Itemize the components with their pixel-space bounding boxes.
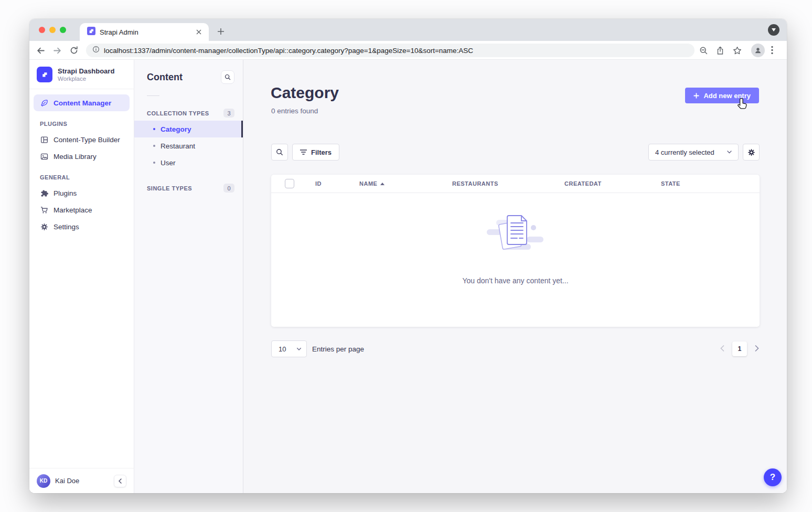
browser-menu-icon[interactable] [771, 46, 779, 54]
zoom-window-button[interactable] [60, 27, 66, 33]
subnav-search-button[interactable] [221, 70, 234, 84]
content-subnav: Content COLLECTION TYPES 3 Category Rest… [134, 60, 243, 493]
sidebar-item-settings[interactable]: Settings [34, 218, 130, 235]
user-avatar[interactable]: KD [37, 474, 50, 488]
empty-state-text: You don't have any content yet... [462, 276, 568, 285]
sidebar-item-content-type-builder[interactable]: Content-Type Builder [34, 131, 130, 148]
page-title: Category [271, 84, 339, 102]
browser-toolbar: localhost:1337/admin/content-manager/col… [29, 41, 787, 60]
bullet-icon [153, 162, 155, 164]
pagination-row: 10 Entries per page 1 [271, 340, 759, 357]
table-header-row: ID NAME RESTAURANTS CREATEDAT STATE [271, 175, 760, 193]
strapi-logo-icon [37, 67, 52, 82]
select-all-checkbox[interactable] [285, 179, 294, 188]
zoom-icon[interactable] [699, 46, 708, 55]
help-button[interactable]: ? [764, 468, 782, 486]
bullet-icon [153, 145, 155, 147]
page-size-dropdown[interactable]: 10 [271, 340, 307, 357]
single-types-count-badge: 0 [223, 184, 234, 193]
browser-tab[interactable]: Strapi Admin [80, 23, 209, 41]
close-tab-icon[interactable] [194, 27, 204, 37]
subnav-item-category[interactable]: Category [134, 121, 243, 137]
column-header-restaurants[interactable]: RESTAURANTS [452, 175, 498, 193]
entries-table: ID NAME RESTAURANTS CREATEDAT STATE [271, 175, 760, 327]
bullet-icon [153, 128, 155, 130]
image-icon [40, 152, 48, 161]
sidebar-item-content-manager[interactable]: Content Manager [34, 94, 130, 111]
gear-icon [747, 148, 755, 156]
filters-button[interactable]: Filters [292, 144, 339, 161]
bookmark-star-icon[interactable] [733, 46, 741, 55]
column-header-name[interactable]: NAME [359, 175, 384, 193]
site-info-icon[interactable] [92, 46, 100, 55]
column-header-createdat[interactable]: CREATEDAT [564, 175, 602, 193]
cart-icon [40, 206, 48, 214]
reload-icon[interactable] [69, 46, 79, 55]
browser-tabstrip: Strapi Admin [29, 19, 787, 41]
next-page-icon[interactable] [755, 344, 759, 354]
plus-icon [693, 93, 699, 99]
close-window-button[interactable] [39, 27, 45, 33]
table-search-button[interactable] [271, 144, 288, 161]
sidebar-item-label: Marketplace [54, 206, 92, 214]
url-text[interactable]: localhost:1337/admin/content-manager/col… [104, 47, 473, 55]
columns-selected-dropdown[interactable]: 4 currently selected [648, 144, 739, 161]
window-controls [39, 27, 66, 33]
table-settings-button[interactable] [743, 144, 760, 161]
column-header-state[interactable]: STATE [661, 175, 680, 193]
collapse-sidebar-button[interactable] [114, 475, 126, 487]
subnav-item-label: User [161, 159, 176, 167]
share-icon[interactable] [716, 46, 724, 55]
sidebar-item-label: Media Library [54, 153, 97, 161]
single-types-label: SINGLE TYPES [147, 185, 192, 191]
sidebar-user-row: KD Kai Doe [29, 468, 134, 493]
entries-per-page-label: Entries per page [312, 345, 364, 353]
sidebar-item-label: Settings [54, 223, 79, 231]
strapi-app: Strapi Dashboard Workplace Content Manag… [29, 60, 787, 493]
collection-types-count-badge: 3 [223, 109, 234, 118]
sidebar-item-label: Plugins [54, 189, 77, 197]
app-name: Strapi Dashboard [58, 67, 114, 76]
browser-profile-avatar[interactable] [751, 44, 765, 57]
mouse-cursor-hand-icon [735, 98, 748, 113]
sidebar-item-marketplace[interactable]: Marketplace [34, 201, 130, 218]
user-name: Kai Doe [55, 477, 109, 485]
forward-icon[interactable] [52, 46, 62, 55]
collection-types-label: COLLECTION TYPES [147, 110, 209, 116]
entries-found-text: 0 entries found [271, 107, 318, 115]
sidebar-section-general: GENERAL [29, 165, 134, 185]
back-icon[interactable] [36, 46, 45, 55]
subnav-item-label: Restaurant [161, 142, 195, 150]
gear-icon [40, 222, 48, 231]
chevron-down-icon [727, 151, 732, 154]
chevron-down-icon [297, 348, 301, 350]
edit-pen-icon [40, 99, 48, 107]
new-tab-button[interactable] [214, 25, 228, 38]
browser-window: Strapi Admin localhost:1337/admin/conten… [29, 19, 787, 493]
puzzle-icon [40, 189, 48, 197]
sidebar-item-plugins[interactable]: Plugins [34, 185, 130, 201]
workspace-name: Workplace [58, 76, 114, 82]
main-sidebar: Strapi Dashboard Workplace Content Manag… [29, 60, 134, 493]
sidebar-item-label: Content Manager [54, 99, 111, 107]
url-bar[interactable]: localhost:1337/admin/content-manager/col… [86, 44, 695, 57]
action-row: Filters 4 currently selected [271, 144, 760, 161]
subnav-item-label: Category [161, 125, 191, 133]
page-number-button[interactable]: 1 [732, 342, 747, 356]
tab-title: Strapi Admin [100, 28, 190, 36]
layout-icon [40, 135, 48, 144]
empty-state-illustration [483, 210, 549, 263]
sidebar-section-plugins: PLUGINS [29, 111, 134, 131]
subnav-item-user[interactable]: User [134, 154, 243, 171]
sidebar-item-label: Content-Type Builder [54, 136, 120, 144]
sort-ascending-icon [380, 183, 384, 185]
column-header-id[interactable]: ID [315, 175, 322, 193]
minimize-window-button[interactable] [49, 27, 56, 33]
workspace-switcher[interactable]: Strapi Dashboard Workplace [29, 60, 134, 89]
sidebar-item-media-library[interactable]: Media Library [34, 148, 130, 165]
divider [147, 95, 159, 96]
screen-record-indicator-icon[interactable] [768, 24, 779, 36]
favicon-strapi-icon [87, 27, 95, 37]
previous-page-icon[interactable] [720, 344, 724, 354]
subnav-item-restaurant[interactable]: Restaurant [134, 137, 243, 154]
